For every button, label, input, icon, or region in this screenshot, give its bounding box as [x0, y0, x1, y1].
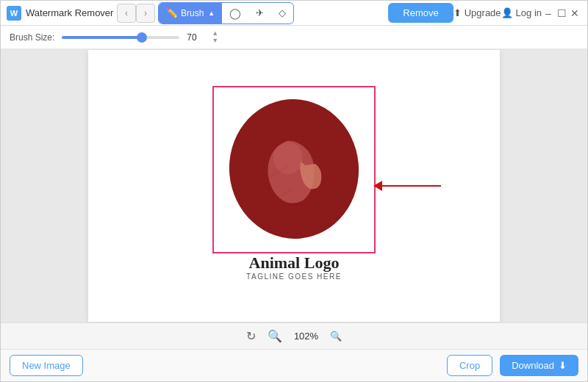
svg-text:W: W [10, 9, 18, 18]
crop-button[interactable]: Crop [447, 355, 492, 376]
maximize-button[interactable]: ☐ [555, 7, 568, 20]
footer-right-actions: Crop Download ⬇ [447, 355, 578, 376]
back-button[interactable]: ‹ [117, 4, 136, 23]
arrow-head [373, 181, 382, 191]
zoom-in-button[interactable]: 🔍 [268, 329, 282, 343]
logo-tagline: TAGLINE GOES HERE [246, 273, 342, 281]
user-icon: 👤 [501, 7, 513, 18]
login-button[interactable]: 👤 Log in [501, 7, 542, 18]
brush-size-slider[interactable] [62, 36, 179, 39]
brush-icon: ✏️ [166, 7, 178, 18]
image-container: watermark watermark watermark Animal Log… [88, 50, 500, 322]
zoom-in-icon: 🔍 [268, 329, 282, 343]
canvas-area[interactable]: watermark watermark watermark Animal Log… [1, 49, 587, 322]
eraser-icon: ◇ [279, 7, 286, 18]
brush-stepper[interactable]: ▲ ▼ [212, 30, 218, 44]
arrow-line [382, 185, 441, 187]
upgrade-icon: ⬆ [453, 7, 462, 18]
footer-bar: New Image Crop Download ⬇ [1, 349, 587, 381]
rotate-button[interactable]: ↻ [246, 329, 256, 343]
minimize-button[interactable]: – [542, 7, 555, 20]
brush-size-label: Brush Size: [10, 32, 54, 43]
brush-size-value: 70 [187, 32, 204, 43]
lasso-tool-button[interactable]: ◯ [222, 3, 248, 24]
upgrade-button[interactable]: ⬆ Upgrade [453, 7, 501, 18]
forward-button[interactable]: › [136, 4, 155, 23]
zoom-level: 102% [294, 331, 318, 342]
zoom-out-icon: 🔍 [330, 331, 342, 342]
zoom-out-button[interactable]: 🔍 [330, 331, 342, 342]
download-button[interactable]: Download ⬇ [500, 355, 578, 376]
download-icon: ⬇ [559, 360, 567, 371]
tool-group: ✏️ Brush ▲ ◯ ✈ ◇ [158, 2, 294, 24]
arrow-indicator [373, 181, 441, 191]
logo-title: Animal Logo [246, 253, 342, 273]
brush-tool-button[interactable]: ✏️ Brush ▲ [159, 3, 222, 24]
new-image-button[interactable]: New Image [10, 355, 83, 376]
logo-wrapper: watermark watermark watermark Animal Log… [218, 92, 370, 281]
polygon-tool-button[interactable]: ✈ [248, 3, 271, 24]
status-bar: ↻ 🔍 102% 🔍 [1, 322, 587, 349]
remove-button[interactable]: Remove [388, 3, 453, 23]
polygon-icon: ✈ [256, 7, 264, 18]
close-button[interactable]: ✕ [568, 7, 581, 20]
rotate-icon: ↻ [246, 329, 256, 343]
app-title: Watermark Remover [26, 7, 117, 18]
brush-up-arrow[interactable]: ▲ [212, 30, 218, 37]
logo-text-block: Animal Logo TAGLINE GOES HERE [246, 253, 342, 281]
animal-logo-svg: watermark watermark watermark [218, 92, 370, 246]
app-icon: W [7, 6, 21, 21]
eraser-tool-button[interactable]: ◇ [271, 3, 293, 24]
brush-size-bar: Brush Size: 70 ▲ ▼ [1, 26, 587, 49]
title-bar: W Watermark Remover ‹ › ✏️ Brush ▲ ◯ ✈ ◇… [1, 1, 587, 26]
brush-down-arrow[interactable]: ▼ [212, 37, 218, 44]
lasso-icon: ◯ [229, 7, 241, 19]
